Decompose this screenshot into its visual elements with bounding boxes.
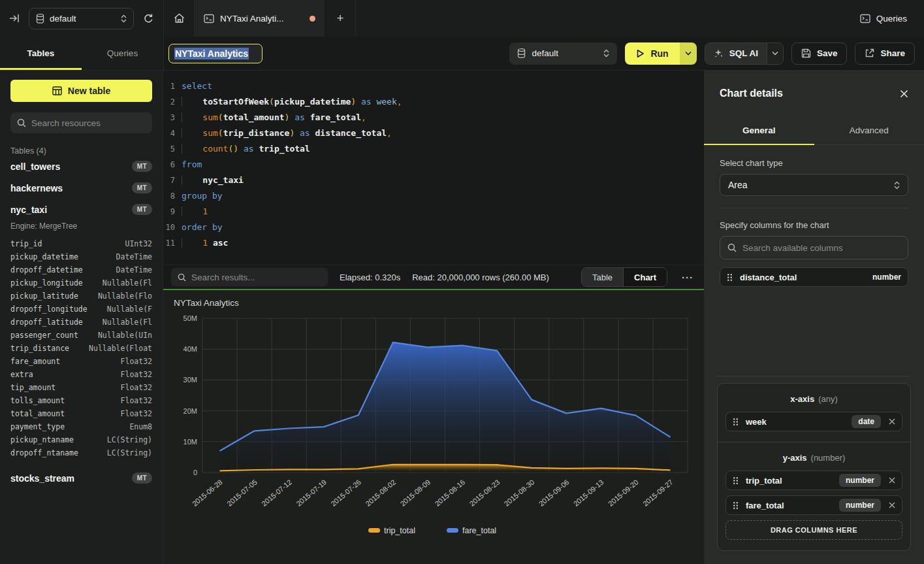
column-chip[interactable]: fare_totalnumber — [725, 495, 902, 515]
column-row[interactable]: pickup_ntanameLC(String) — [10, 433, 152, 446]
column-type-badge: number — [839, 474, 881, 487]
code-line[interactable]: 10order by — [163, 220, 704, 235]
column-row[interactable]: passenger_countNullable(UIn — [10, 329, 152, 342]
chart-section: NYTaxi Analytics 010M20M30M40M50M2015-06… — [163, 290, 704, 564]
column-row[interactable]: total_amountFloat32 — [10, 407, 152, 420]
x-tick-label: 2015-07-05 — [225, 478, 259, 507]
column-type: DateTime — [116, 250, 152, 263]
drag-handle-icon[interactable] — [733, 501, 739, 510]
chart-details-panel: Chart details General Advanced Select ch… — [704, 71, 924, 564]
legend-marker-trip_total[interactable] — [368, 528, 380, 533]
chevron-updown-icon — [603, 49, 609, 58]
query-tab-active[interactable]: NYTaxi Analyti... — [195, 0, 325, 37]
column-row[interactable]: trip_distanceNullable(Float — [10, 342, 152, 355]
home-tab[interactable] — [164, 0, 195, 37]
new-tab-button[interactable]: + — [325, 0, 356, 37]
legend-label-fare_total[interactable]: fare_total — [462, 526, 496, 535]
collapse-sidebar-icon[interactable] — [9, 14, 20, 23]
code-line[interactable]: 5 count() as trip_total — [163, 141, 704, 157]
area-series-fare_total[interactable] — [220, 342, 671, 473]
column-row[interactable]: pickup_latitudeNullable(Flo — [10, 290, 152, 303]
column-row[interactable]: tip_amountFloat32 — [10, 381, 152, 394]
legend-marker-fare_total[interactable] — [447, 528, 458, 533]
sql-editor[interactable]: 1select2 toStartOfWeek(pickup_datetime) … — [163, 71, 704, 265]
results-search-input[interactable] — [191, 273, 321, 282]
close-icon[interactable] — [900, 90, 908, 98]
view-toggle-table[interactable]: Table — [582, 268, 623, 286]
code-line[interactable]: 8group by — [163, 188, 704, 204]
column-row[interactable]: dropoff_latitudeNullable(Fl — [10, 316, 152, 329]
run-options-button[interactable] — [680, 42, 697, 65]
column-row[interactable]: extraFloat32 — [10, 368, 152, 381]
column-name: pickup_latitude — [10, 290, 78, 303]
chart-type-select[interactable]: Area — [720, 174, 908, 196]
code-line[interactable]: 4 sum(trip_distance) as distance_total, — [163, 125, 704, 141]
code-line[interactable]: 7 nyc_taxi — [163, 173, 704, 188]
drag-handle-icon[interactable] — [727, 273, 733, 282]
x-tick-label: 2015-09-27 — [641, 478, 675, 507]
column-row[interactable]: dropoff_ntanameLC(String) — [10, 446, 152, 459]
columns-search-input[interactable] — [742, 243, 900, 253]
sidebar-tab-queries[interactable]: Queries — [82, 37, 163, 70]
column-chip[interactable]: trip_totalnumber — [725, 471, 902, 490]
code-line[interactable]: 2 toStartOfWeek(pickup_datetime) as week… — [163, 94, 704, 110]
toolbar-database-selector[interactable]: default — [509, 42, 617, 65]
drag-handle-icon[interactable] — [733, 476, 739, 485]
drag-handle-icon[interactable] — [733, 418, 739, 426]
column-row[interactable]: fare_amountFloat32 — [10, 355, 152, 368]
column-row[interactable]: trip_idUInt32 — [10, 237, 152, 250]
more-options-icon[interactable]: ··· — [679, 272, 696, 283]
column-chip[interactable]: distance_totalnumber — [720, 267, 908, 287]
column-row[interactable]: tolls_amountFloat32 — [10, 394, 152, 407]
code-line[interactable]: 1select — [163, 78, 704, 94]
view-toggle-chart[interactable]: Chart — [623, 268, 667, 286]
run-button[interactable]: Run — [625, 42, 679, 65]
column-row[interactable]: pickup_datetimeDateTime — [10, 250, 152, 263]
table-row[interactable]: hackernewsMT — [10, 177, 152, 199]
sidebar-tab-tables[interactable]: Tables — [0, 37, 82, 70]
results-chart[interactable]: 010M20M30M40M50M2015-06-282015-07-052015… — [174, 312, 693, 562]
tab-general[interactable]: General — [704, 116, 814, 144]
remove-icon[interactable] — [889, 477, 895, 484]
line-number: 3 — [163, 110, 182, 125]
drop-zone[interactable]: DRAG COLUMNS HERE — [725, 520, 902, 540]
sql-ai-options-button[interactable] — [767, 43, 783, 64]
share-button[interactable]: Share — [855, 42, 915, 65]
refresh-icon[interactable] — [143, 13, 154, 24]
resource-search[interactable] — [10, 112, 152, 133]
save-button[interactable]: Save — [791, 42, 848, 65]
database-selector[interactable]: default — [29, 8, 134, 29]
legend-label-trip_total[interactable]: trip_total — [384, 526, 415, 535]
column-name: fare_amount — [10, 355, 60, 368]
column-name: tolls_amount — [10, 394, 65, 407]
tab-advanced[interactable]: Advanced — [814, 116, 924, 144]
new-table-button[interactable]: New table — [10, 80, 152, 102]
column-row[interactable]: dropoff_longitudeNullable(F — [10, 303, 152, 316]
results-search[interactable] — [171, 268, 328, 286]
table-row[interactable]: cell_towersMT — [10, 156, 152, 177]
table-name: cell_towers — [10, 161, 60, 172]
column-type: UInt32 — [125, 237, 152, 250]
table-row[interactable]: nyc_taxiMT — [10, 199, 152, 220]
column-name: dropoff_longitude — [10, 303, 88, 316]
code-line[interactable]: 6from — [163, 157, 704, 173]
code-line[interactable]: 3 sum(total_amount) as fare_total, — [163, 110, 704, 125]
available-columns: distance_totalnumber — [720, 267, 908, 287]
query-title-input[interactable]: NYTaxi Analytics — [168, 44, 263, 63]
table-row[interactable]: stocks_streamMT — [10, 467, 152, 489]
column-chip[interactable]: weekdate — [725, 412, 902, 431]
column-row[interactable]: pickup_longitudeNullable(Fl — [10, 276, 152, 290]
remove-icon[interactable] — [889, 502, 895, 508]
engine-badge: MT — [132, 473, 152, 484]
sql-ai-button[interactable]: SQL AI — [705, 43, 767, 64]
x-axis-hint: (any) — [818, 394, 838, 404]
queries-button[interactable]: Queries — [843, 0, 924, 37]
code-line[interactable]: 9 1 — [163, 204, 704, 220]
panel-spacer — [704, 287, 924, 376]
column-row[interactable]: dropoff_datetimeDateTime — [10, 263, 152, 276]
resource-search-input[interactable] — [31, 118, 147, 128]
code-line[interactable]: 11 1 asc — [163, 235, 704, 251]
column-row[interactable]: payment_typeEnum8 — [10, 420, 152, 433]
columns-search[interactable] — [720, 236, 908, 259]
remove-icon[interactable] — [889, 418, 895, 425]
